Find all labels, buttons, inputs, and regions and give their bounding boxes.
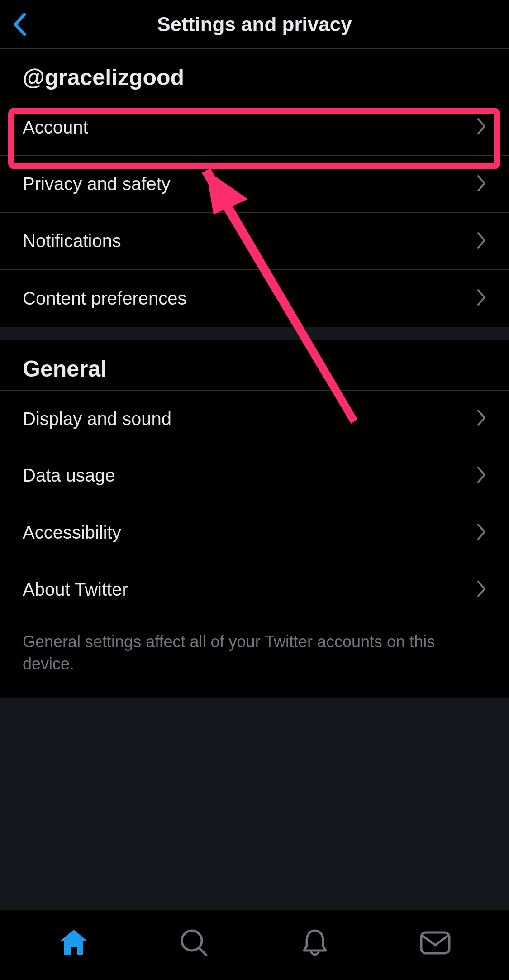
settings-row-display-sound[interactable]: Display and sound <box>0 390 509 447</box>
username-header: @gracelizgood <box>0 49 509 99</box>
header-bar: Settings and privacy <box>0 0 509 49</box>
chevron-right-icon <box>476 231 486 251</box>
tab-search[interactable] <box>174 923 214 963</box>
chevron-right-icon <box>476 288 486 308</box>
general-footnote: General settings affect all of your Twit… <box>0 618 509 698</box>
svg-rect-4 <box>421 932 449 953</box>
tab-home[interactable] <box>53 923 94 963</box>
row-label: Notifications <box>23 231 121 251</box>
settings-row-privacy-safety[interactable]: Privacy and safety <box>0 156 509 213</box>
tab-bar <box>0 910 509 980</box>
bell-icon <box>301 928 328 958</box>
row-label: Accessibility <box>23 522 121 543</box>
chevron-left-icon <box>13 13 26 36</box>
mail-icon <box>419 931 451 955</box>
search-icon <box>179 928 209 958</box>
settings-row-account[interactable]: Account <box>0 99 509 156</box>
chevron-right-icon <box>476 523 486 543</box>
general-section: General Display and sound Data usage Acc… <box>0 340 509 698</box>
settings-row-about-twitter[interactable]: About Twitter <box>0 561 509 618</box>
chevron-right-icon <box>476 174 486 194</box>
chevron-right-icon <box>476 409 486 429</box>
settings-row-content-preferences[interactable]: Content preferences <box>0 270 509 327</box>
settings-row-notifications[interactable]: Notifications <box>0 213 509 270</box>
row-label: Content preferences <box>23 288 186 309</box>
back-button[interactable] <box>13 0 26 49</box>
user-section: @gracelizgood Account Privacy and safety… <box>0 49 509 327</box>
row-label: Display and sound <box>23 409 171 429</box>
row-label: About Twitter <box>23 579 128 600</box>
svg-line-3 <box>199 948 206 955</box>
chevron-right-icon <box>476 580 486 600</box>
row-label: Privacy and safety <box>23 174 171 194</box>
row-label: Account <box>23 117 88 138</box>
settings-row-accessibility[interactable]: Accessibility <box>0 504 509 561</box>
section-divider <box>0 327 509 340</box>
home-icon <box>59 929 89 957</box>
tab-messages[interactable] <box>415 923 456 963</box>
chevron-right-icon <box>476 466 486 486</box>
page-title: Settings and privacy <box>157 13 352 36</box>
settings-row-data-usage[interactable]: Data usage <box>0 447 509 504</box>
general-header: General <box>0 340 509 390</box>
tab-notifications[interactable] <box>295 923 335 963</box>
row-label: Data usage <box>23 465 115 486</box>
chevron-right-icon <box>476 117 486 137</box>
